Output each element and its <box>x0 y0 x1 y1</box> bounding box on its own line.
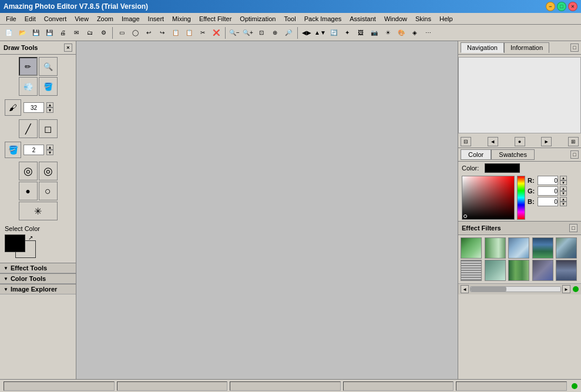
effect-thumb-9[interactable] <box>532 260 553 281</box>
save-button[interactable]: 💾 <box>29 26 42 39</box>
frame-button[interactable]: 🖼 <box>354 26 367 39</box>
effect-thumb-8[interactable] <box>508 260 529 281</box>
spot-tool[interactable]: ● <box>19 182 38 200</box>
effect-thumb-3[interactable] <box>508 237 529 259</box>
menu-skins[interactable]: Skins <box>412 14 435 24</box>
nav-prev-btn[interactable]: ◄ <box>488 137 498 146</box>
zoom-out-button[interactable]: 🔍− <box>228 26 241 39</box>
erase-size-input[interactable] <box>23 145 44 155</box>
menu-effect-filter[interactable]: Effect Filter <box>196 14 235 24</box>
zoom-in-button[interactable]: 🔍+ <box>241 26 254 39</box>
g-down[interactable]: ▼ <box>560 191 567 196</box>
information-tab[interactable]: Information <box>504 42 549 53</box>
more-button[interactable]: ⋯ <box>422 26 435 39</box>
erase-preview[interactable]: 🪣 <box>5 142 21 158</box>
rotate-button[interactable]: 🔄 <box>327 26 340 39</box>
color-tab[interactable]: Color <box>461 149 491 160</box>
new-button[interactable]: 📄 <box>2 26 15 39</box>
left-panel-scroll[interactable]: ✏ 🔍 💨 🪣 🖌 ▲ ▼ <box>0 55 76 377</box>
r-up[interactable]: ▲ <box>560 176 567 180</box>
delete-button[interactable]: ❌ <box>210 26 223 39</box>
magnify-tool[interactable]: 🔍 <box>39 57 58 76</box>
color-preview-box[interactable] <box>485 163 520 173</box>
radial-tool[interactable]: ◎ <box>39 162 58 180</box>
maximize-button[interactable]: □ <box>557 2 566 11</box>
menu-mixing[interactable]: Mixing <box>169 14 194 24</box>
r-input[interactable] <box>538 176 558 185</box>
effects-scroll-left[interactable]: ◄ <box>461 285 469 293</box>
zoom-fit-button[interactable]: ⊡ <box>255 26 268 39</box>
zoom-custom-button[interactable]: 🔎 <box>282 26 295 39</box>
menu-help[interactable]: Help <box>436 14 456 24</box>
brush-tool[interactable]: ✏ <box>19 57 38 76</box>
brush-size-up[interactable]: ▲ <box>46 102 53 108</box>
paste-button[interactable]: 📋 <box>183 26 196 39</box>
fx-button[interactable]: ✦ <box>341 26 354 39</box>
color-adjust-button[interactable]: 🎨 <box>395 26 408 39</box>
r-down[interactable]: ▼ <box>560 180 567 185</box>
effect-thumb-1[interactable] <box>461 237 482 259</box>
canvas-area[interactable] <box>76 41 458 379</box>
line-tool[interactable]: ╱ <box>19 119 38 138</box>
star-tool[interactable]: ✳ <box>19 202 58 220</box>
undo-button[interactable]: ↩ <box>142 26 155 39</box>
g-up[interactable]: ▲ <box>560 186 567 191</box>
fg-color-swatch[interactable] <box>5 234 25 252</box>
brush-preview[interactable]: 🖌 <box>5 99 21 116</box>
draw-tools-close[interactable]: × <box>64 43 72 52</box>
color-panel-close[interactable]: □ <box>570 150 579 159</box>
close-button[interactable]: × <box>568 2 577 11</box>
brush-size-input[interactable] <box>23 102 44 113</box>
effect-thumb-5[interactable] <box>556 237 577 259</box>
b-up[interactable]: ▲ <box>560 197 567 202</box>
image-explorer-section[interactable]: ▼ Image Explorer <box>0 284 76 294</box>
email-button[interactable]: ✉ <box>70 26 83 39</box>
redo-button[interactable]: ↪ <box>156 26 169 39</box>
zoom-100-button[interactable]: ⊕ <box>268 26 281 39</box>
minimize-button[interactable]: − <box>546 2 555 11</box>
open-button[interactable]: 📂 <box>16 26 29 39</box>
color-spectrum[interactable] <box>517 176 525 220</box>
menu-pack-images[interactable]: Pack Images <box>301 14 345 24</box>
photo-button[interactable]: 📷 <box>368 26 381 39</box>
effect-thumb-10[interactable] <box>556 260 577 281</box>
menu-zoom[interactable]: Zoom <box>93 14 117 24</box>
effects-scrollbar-track[interactable] <box>470 286 561 292</box>
copy-button[interactable]: 📋 <box>169 26 182 39</box>
effects-close[interactable]: □ <box>569 224 577 232</box>
save-as-button[interactable]: 💾 <box>43 26 56 39</box>
menu-image[interactable]: Image <box>118 14 143 24</box>
b-down[interactable]: ▼ <box>560 202 567 206</box>
effect-thumb-4[interactable] <box>532 237 553 259</box>
effects-scroll-right[interactable]: ► <box>562 285 570 293</box>
browse-button[interactable]: 🗂 <box>83 26 96 39</box>
fill-tool[interactable]: 🪣 <box>39 77 58 96</box>
menu-view[interactable]: View <box>71 14 92 24</box>
flip-h-button[interactable]: ◀▶ <box>300 26 313 39</box>
nav-zoom-in-btn[interactable]: ⊞ <box>568 137 579 146</box>
color-swatches-preview[interactable]: ↗ <box>5 234 40 258</box>
sharpen-button[interactable]: ◈ <box>408 26 421 39</box>
erase-size-down[interactable]: ▼ <box>46 150 53 155</box>
menu-convert[interactable]: Convert <box>41 14 70 24</box>
target-tool[interactable]: ◎ <box>19 162 38 180</box>
color-tools-section[interactable]: ▼ Color Tools <box>0 273 76 284</box>
effect-thumb-7[interactable] <box>485 260 506 281</box>
nav-center-btn[interactable]: ● <box>515 137 525 146</box>
menu-file[interactable]: File <box>2 14 20 24</box>
effect-tools-section[interactable]: ▼ Effect Tools <box>0 263 76 273</box>
navigation-tab[interactable]: Navigation <box>461 42 504 53</box>
swatches-tab[interactable]: Swatches <box>491 149 535 160</box>
menu-window[interactable]: Window <box>381 14 411 24</box>
brush-size-down[interactable]: ▼ <box>46 108 53 113</box>
nav-panel-close[interactable]: □ <box>570 43 579 52</box>
effect-thumb-6[interactable] <box>461 260 482 281</box>
cut-button[interactable]: ✂ <box>196 26 209 39</box>
print-button[interactable]: 🖨 <box>56 26 69 39</box>
brightness-button[interactable]: ☀ <box>381 26 394 39</box>
color-gradient[interactable] <box>462 176 515 220</box>
nav-zoom-out-btn[interactable]: ⊟ <box>461 137 471 146</box>
g-input[interactable] <box>538 186 558 196</box>
menu-assistant[interactable]: Assistant <box>346 14 380 24</box>
menu-tool[interactable]: Tool <box>280 14 299 24</box>
